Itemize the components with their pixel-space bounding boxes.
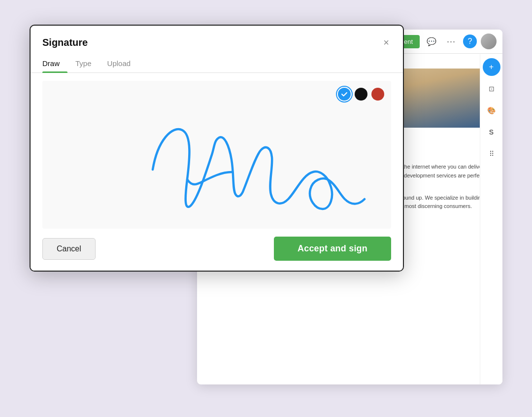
palette-icon: 🎨 (487, 106, 496, 114)
drawing-canvas[interactable] (42, 81, 391, 229)
modal-header: Signature × (31, 26, 403, 49)
close-button[interactable]: × (381, 35, 391, 49)
help-button[interactable]: ? (463, 35, 477, 48)
plus-icon: + (489, 63, 494, 71)
more-options-button[interactable]: ··· (443, 34, 459, 49)
palette-button[interactable]: 🎨 (483, 102, 500, 119)
pricing-button[interactable]: S (483, 123, 500, 141)
question-icon: ? (468, 37, 472, 46)
more-icon: ··· (447, 36, 456, 47)
tab-upload[interactable]: Upload (107, 55, 139, 72)
tab-type[interactable]: Type (75, 55, 100, 72)
modal-footer: Cancel Accept and sign (31, 229, 403, 271)
grid-button[interactable]: ⠿ (483, 145, 500, 163)
embed-icon: ⊡ (489, 85, 495, 93)
signature-drawing (42, 81, 391, 229)
dollar-icon: S (489, 128, 494, 136)
chat-icon-button[interactable]: 💬 (424, 34, 439, 49)
add-element-button[interactable]: + (483, 58, 500, 76)
cancel-button[interactable]: Cancel (42, 238, 96, 260)
embed-button[interactable]: ⊡ (483, 80, 500, 98)
modal-title: Signature (42, 37, 88, 48)
chat-icon: 💬 (427, 37, 436, 46)
grid-icon: ⠿ (489, 150, 494, 158)
tabs-container: Draw Type Upload (31, 49, 403, 73)
accept-sign-button[interactable]: Accept and sign (274, 237, 391, 261)
signature-modal: Signature × Draw Type Upload Cancel Acc (30, 25, 404, 272)
tab-draw[interactable]: Draw (42, 55, 67, 72)
user-avatar (481, 34, 497, 49)
